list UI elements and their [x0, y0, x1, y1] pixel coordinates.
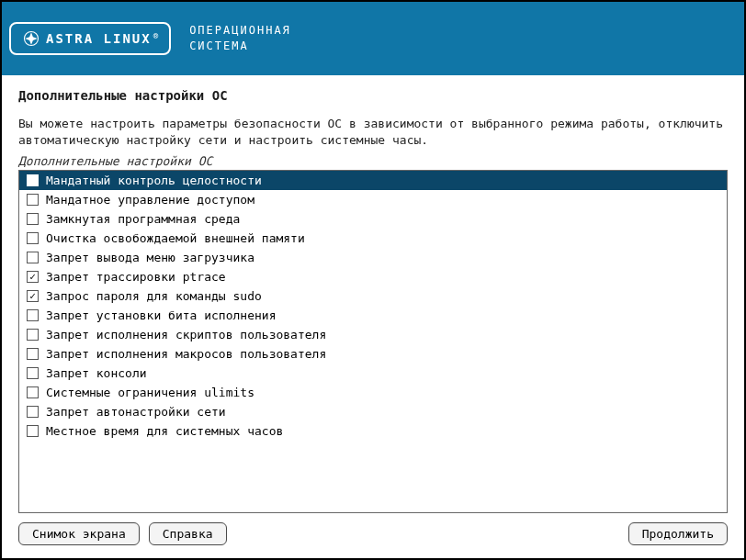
checkbox-icon[interactable] — [27, 309, 39, 321]
list-item[interactable]: Запрет установки бита исполнения — [19, 306, 727, 325]
list-item-label: Запрет исполнения макросов пользователя — [46, 347, 326, 361]
list-item-label: Запрос пароля для команды sudo — [46, 289, 262, 303]
checkbox-icon[interactable] — [27, 406, 39, 418]
checkbox-icon[interactable] — [27, 213, 39, 225]
page-title: Дополнительные настройки ОС — [18, 88, 728, 103]
list-item-label: Запрет вывода меню загрузчика — [46, 251, 254, 264]
checkbox-icon[interactable] — [27, 174, 39, 186]
checkbox-icon[interactable] — [27, 271, 39, 283]
list-item[interactable]: Местное время для системных часов — [19, 421, 727, 441]
footer: Снимок экрана Справка Продолжить — [2, 522, 744, 558]
list-item-label: Запрет автонастройки сети — [46, 405, 226, 419]
checkbox-icon[interactable] — [27, 290, 39, 302]
continue-button[interactable]: Продолжить — [628, 522, 728, 545]
list-item-label: Мандатное управление доступом — [46, 193, 254, 207]
list-item-label: Запрет трассировки ptrace — [46, 270, 226, 284]
list-item[interactable]: Запрет исполнения макросов пользователя — [19, 344, 727, 364]
list-item-label: Местное время для системных часов — [46, 424, 283, 438]
list-item[interactable]: Запрет исполнения скриптов пользователя — [19, 325, 727, 344]
main-content: Дополнительные настройки ОС Вы можете на… — [2, 75, 744, 522]
checkbox-icon[interactable] — [27, 194, 39, 206]
list-item-label: Запрет консоли — [46, 366, 147, 380]
screenshot-button[interactable]: Снимок экрана — [18, 522, 140, 545]
list-item[interactable]: Запрос пароля для команды sudo — [19, 286, 727, 306]
list-item[interactable]: Очистка освобождаемой внешней памяти — [19, 229, 727, 248]
header-subtitle: ОПЕРАЦИОННАЯ СИСТЕМА — [189, 23, 291, 54]
list-item[interactable]: Запрет консоли — [19, 364, 727, 383]
checkbox-icon[interactable] — [27, 367, 39, 379]
list-item-label: Очистка освобождаемой внешней памяти — [46, 231, 305, 245]
list-item-label: Системные ограничения ulimits — [46, 386, 254, 399]
list-item-label: Запрет исполнения скриптов пользователя — [46, 328, 326, 342]
page-description: Вы можете настроить параметры безопаснос… — [18, 116, 728, 149]
list-item-label: Мандатный контроль целостности — [46, 174, 262, 187]
options-list[interactable]: Мандатный контроль целостностиМандатное … — [18, 170, 728, 513]
checkbox-icon[interactable] — [27, 348, 39, 360]
checkbox-icon[interactable] — [27, 232, 39, 244]
list-item[interactable]: Системные ограничения ulimits — [19, 383, 727, 402]
logo: ASTRA LINUX® — [9, 22, 171, 55]
checkbox-icon[interactable] — [27, 425, 39, 437]
checkbox-icon[interactable] — [27, 386, 39, 398]
list-item[interactable]: Запрет вывода меню загрузчика — [19, 248, 727, 267]
list-item[interactable]: Запрет трассировки ptrace — [19, 267, 727, 286]
list-item[interactable]: Замкнутая программная среда — [19, 209, 727, 229]
help-button[interactable]: Справка — [149, 522, 227, 545]
list-item[interactable]: Запрет автонастройки сети — [19, 402, 727, 421]
list-item[interactable]: Мандатный контроль целостности — [19, 171, 727, 190]
star-icon — [22, 29, 40, 48]
group-label: Дополнительные настройки ОС — [18, 154, 728, 168]
checkbox-icon[interactable] — [27, 252, 39, 263]
checkbox-icon[interactable] — [27, 329, 39, 341]
logo-text: ASTRA LINUX® — [46, 31, 158, 46]
list-item-label: Замкнутая программная среда — [46, 212, 240, 226]
header: ASTRA LINUX® ОПЕРАЦИОННАЯ СИСТЕМА — [2, 2, 744, 75]
list-item[interactable]: Мандатное управление доступом — [19, 190, 727, 209]
list-item-label: Запрет установки бита исполнения — [46, 308, 276, 322]
